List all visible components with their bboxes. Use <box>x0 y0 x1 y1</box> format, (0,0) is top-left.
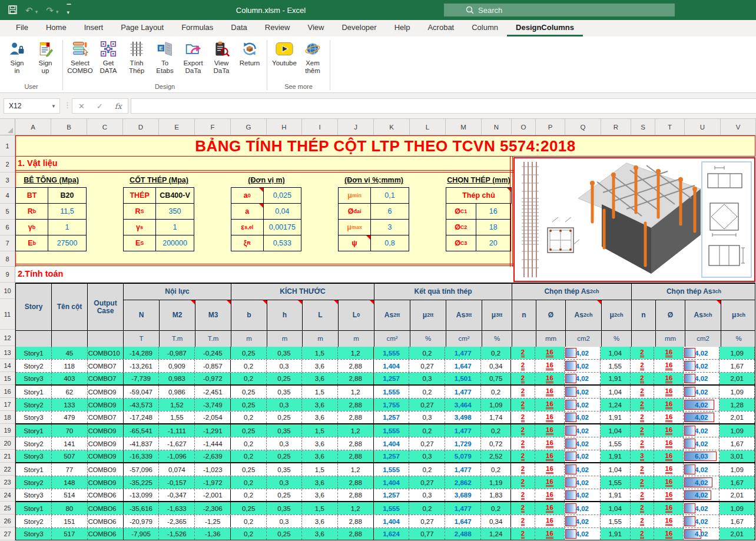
cell-b[interactable]: 0,25 <box>231 502 267 515</box>
param-value-cell[interactable]: 0,1 <box>370 187 409 204</box>
param-value-cell[interactable]: 0,025 <box>263 187 301 204</box>
group-header-n-i-l-c[interactable]: Nội lực <box>123 283 231 300</box>
cell-dia-3[interactable]: 16 <box>654 437 684 450</box>
row-header-15[interactable]: 15 <box>0 372 15 385</box>
cell-n-bars-3[interactable]: 2 <box>631 424 655 437</box>
sheet-title-cell[interactable]: BẢNG TÍNH THÉP CỘT LTP THEO TCVN 5574:20… <box>15 135 755 157</box>
cell-as3-ch[interactable]: 4,02 <box>684 373 719 384</box>
cell-m3[interactable]: -1,36 <box>195 528 231 540</box>
undo-icon[interactable]: ↶ ▾ <box>25 6 38 15</box>
cell-mu3-tt[interactable]: 1,83 <box>481 489 511 501</box>
header-b[interactable]: b <box>231 300 267 331</box>
cell-ten-cot[interactable]: 507 <box>52 450 88 462</box>
unit-cell[interactable]: cm2 <box>565 330 602 347</box>
cell-output-case[interactable]: COMBO7 <box>88 360 124 372</box>
row-header-20[interactable]: 20 <box>0 437 15 450</box>
cell-as2-tt[interactable]: 1,404 <box>374 476 410 489</box>
cell-l0[interactable]: 1,2 <box>338 386 374 398</box>
cell-b[interactable]: 0,2 <box>231 476 267 489</box>
cell-m3[interactable]: -2,639 <box>195 450 231 462</box>
unit-cell[interactable]: cm² <box>374 330 410 347</box>
cell-mu3-tt[interactable]: 0,2 <box>481 424 511 437</box>
column-header-S[interactable]: S <box>631 119 655 135</box>
cell-mu3-ch[interactable]: 1,09 <box>719 463 755 476</box>
cell-dia-2[interactable]: 16 <box>535 528 565 540</box>
row-header-16[interactable]: 16 <box>0 385 15 398</box>
cell-mu3-tt[interactable]: 0,75 <box>481 373 511 384</box>
cell-mu3-tt[interactable]: 0,2 <box>481 347 511 359</box>
group-header-k-ch-th-c[interactable]: KÍCH THƯỚC <box>231 283 374 300</box>
cell-story[interactable]: Story2 <box>16 360 52 372</box>
cell-l[interactable]: 1,5 <box>302 463 338 476</box>
sign-in-button[interactable]: Signin <box>4 39 31 75</box>
header-m3[interactable]: M3 <box>195 300 231 331</box>
cell-n-force[interactable]: -57,096 <box>124 463 160 476</box>
cell-as3-ch[interactable]: 4,02 <box>684 476 719 489</box>
search-input[interactable]: Search <box>444 4 675 16</box>
cell-dia-3[interactable]: 16 <box>654 424 684 437</box>
cell-dia-3[interactable]: 16 <box>654 515 684 527</box>
row-header-18[interactable]: 18 <box>0 411 15 424</box>
cell-as2-tt[interactable]: 1,257 <box>374 489 410 501</box>
unit-cell[interactable]: mm <box>655 330 685 347</box>
cell-m2[interactable]: -0,157 <box>159 476 195 489</box>
cell-output-case[interactable]: COMBO6 <box>88 515 124 527</box>
youtube-button[interactable]: Youtube <box>271 39 298 67</box>
param-label-cell[interactable]: ES <box>123 235 156 251</box>
unit-cell[interactable]: m <box>231 330 267 347</box>
cell-ten-cot[interactable]: 148 <box>52 476 88 489</box>
cell-h[interactable]: 0,35 <box>267 424 302 437</box>
cell-n-bars-2[interactable]: 2 <box>511 411 535 423</box>
cell-as2-ch[interactable]: 4,02 <box>565 424 601 437</box>
cell-story[interactable]: Story2 <box>16 437 52 450</box>
cell-story[interactable]: Story1 <box>16 347 52 359</box>
cell-b[interactable]: 0,2 <box>231 437 267 450</box>
cell-as2-ch[interactable]: 4,02 <box>565 515 601 527</box>
cell-ten-cot[interactable]: 80 <box>52 502 88 515</box>
cell-mu3-ch[interactable]: 1,67 <box>719 360 755 372</box>
cell-n-force[interactable]: -7,739 <box>124 373 160 384</box>
column-header-V[interactable]: V <box>721 119 756 135</box>
row-header-27[interactable]: 27 <box>0 527 15 540</box>
row-header-24[interactable]: 24 <box>0 489 15 502</box>
cell-n-bars-2[interactable]: 2 <box>511 450 535 462</box>
cell-dia-3[interactable]: 16 <box>654 489 684 501</box>
cell-as2-ch[interactable]: 4,02 <box>565 399 601 411</box>
cell-b[interactable]: 0,2 <box>231 360 267 372</box>
formula-input[interactable] <box>131 98 756 114</box>
cell-n-bars-3[interactable]: 3 <box>631 450 655 462</box>
cell-as3-tt[interactable]: 2,862 <box>445 476 481 489</box>
fx-icon[interactable]: fx <box>115 102 122 111</box>
cell-output-case[interactable]: COMBO9 <box>88 463 124 476</box>
row-header-6[interactable]: 6 <box>0 220 15 235</box>
header-l0[interactable]: L0 <box>338 300 374 331</box>
header-m2[interactable]: M2 <box>159 300 195 331</box>
cell-mu2-tt[interactable]: 0,3 <box>409 373 445 384</box>
cell-as3-ch[interactable]: 4,02 <box>684 360 719 372</box>
row-header-2[interactable]: 2 <box>0 157 15 172</box>
cell-mu3-ch[interactable]: 1,09 <box>719 424 755 437</box>
param-label-cell[interactable]: BT <box>15 187 48 204</box>
ribbon-tab-acrobat[interactable]: Acrobat <box>419 20 463 36</box>
cell-dia-2[interactable]: 16 <box>535 347 565 359</box>
cell-m2[interactable]: -1,096 <box>159 450 195 462</box>
cell-mu2-ch[interactable]: 1,55 <box>601 476 631 489</box>
cell-mu2-ch[interactable]: 1,04 <box>601 386 631 398</box>
column-header-A[interactable]: A <box>15 119 51 135</box>
cell-b[interactable]: 0,25 <box>231 424 267 437</box>
select-combo-button[interactable]: SelectCOMBO <box>67 39 94 75</box>
cell-mu2-ch[interactable]: 1,91 <box>601 411 631 423</box>
header--3tt[interactable]: μ3tt <box>482 300 512 331</box>
cell-story[interactable]: Story1 <box>16 424 52 437</box>
cell-mu3-tt[interactable]: 1,24 <box>481 528 511 540</box>
cell-mu2-tt[interactable]: 0,27 <box>409 515 445 527</box>
cell-as2-tt[interactable]: 1,257 <box>374 411 410 423</box>
cell-as2-ch[interactable]: 4,02 <box>565 528 601 540</box>
cell-l0[interactable]: 2,88 <box>338 515 374 527</box>
param-label-cell[interactable]: ØC3 <box>446 235 476 251</box>
cell-as3-ch[interactable]: 6,03 <box>684 450 719 462</box>
ribbon-tab-insert[interactable]: Insert <box>75 20 112 36</box>
cell-mu3-ch[interactable]: 1,28 <box>719 399 755 411</box>
cell-mu2-ch[interactable]: 1,91 <box>601 489 631 501</box>
cell-m3[interactable]: -2,451 <box>195 386 231 398</box>
